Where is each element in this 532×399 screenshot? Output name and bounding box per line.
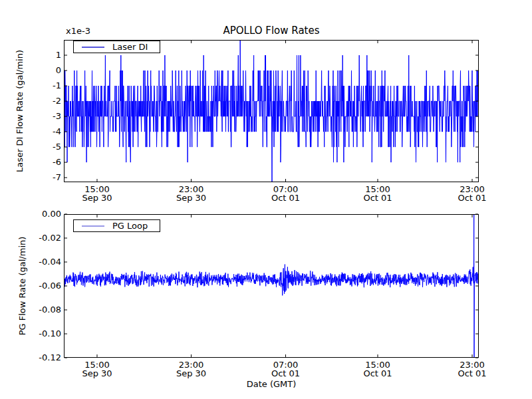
- legend-laser-di: Laser DI: [73, 41, 160, 53]
- legend-label-pg: PG Loop: [112, 221, 148, 231]
- y-axis-offset-label: x1e-3: [66, 26, 90, 36]
- legend-line-sample-laser: [82, 47, 104, 48]
- x-axis-label: Date (GMT): [64, 379, 479, 389]
- legend-pg-loop: PG Loop: [73, 219, 160, 232]
- figure: 10-1-2-3-4-5-6-715:00Sep 3023:00Sep 3007…: [0, 0, 532, 399]
- legend-line-sample-pg: [82, 225, 104, 227]
- plots-canvas: [0, 0, 532, 399]
- laser-data-line: [64, 40, 479, 182]
- laser-y-axis-label: Laser DI Flow Rate (gal/min): [15, 50, 25, 172]
- pg-data-line: [64, 214, 479, 358]
- chart-title: APOLLO Flow Rates: [64, 25, 479, 37]
- legend-label-laser: Laser DI: [112, 42, 148, 52]
- pg-y-axis-label: PG Flow Rate (gal/min): [17, 237, 27, 336]
- pg-axes-spines: [65, 215, 479, 358]
